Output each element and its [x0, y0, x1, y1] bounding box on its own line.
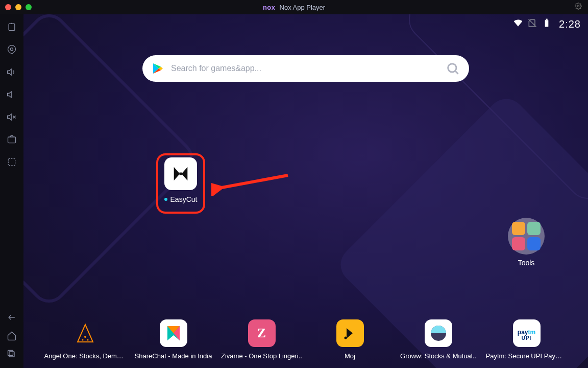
svg-point-23 [344, 337, 347, 339]
dock-app-zivame[interactable]: Z Zivame - One Stop Lingeri.. [221, 319, 303, 360]
moj-icon [336, 319, 364, 347]
android-status-bar: 2:28 [23, 14, 588, 34]
back-icon[interactable] [6, 312, 17, 323]
dock-app-paytm[interactable]: paytm UPI Paytm: Secure UPI Payme.. [486, 319, 568, 360]
clock: 2:28 [559, 18, 581, 30]
search-input[interactable] [171, 64, 438, 73]
svg-marker-5 [8, 91, 12, 98]
zivame-icon: Z [248, 319, 276, 347]
folder-icon[interactable] [508, 218, 545, 255]
search-icon[interactable] [446, 61, 460, 76]
minimize-window-button[interactable] [15, 4, 21, 10]
window-title: Nox App Player [280, 4, 326, 11]
record-icon[interactable] [6, 156, 17, 168]
svg-rect-11 [9, 352, 14, 357]
volume-down-icon[interactable] [6, 89, 17, 100]
svg-marker-6 [8, 114, 12, 120]
window-controls [0, 4, 32, 10]
dock-label: Zivame - One Stop Lingeri.. [221, 352, 303, 360]
recents-icon[interactable] [6, 349, 17, 360]
svg-line-16 [455, 71, 458, 74]
dock-app-groww[interactable]: Groww: Stocks & Mutual.. [398, 319, 479, 360]
svg-rect-13 [545, 20, 549, 27]
location-icon[interactable] [6, 44, 17, 55]
dock-label: ShareChat - Made in India [133, 352, 214, 360]
nox-logo: nox [263, 4, 276, 11]
dock-label: Groww: Stocks & Mutual.. [398, 352, 479, 360]
battery-icon [542, 18, 552, 31]
mini-app-icon [512, 222, 525, 235]
groww-icon [425, 319, 452, 347]
screenshot-icon[interactable] [6, 134, 17, 145]
svg-rect-9 [8, 137, 16, 143]
svg-point-15 [448, 64, 456, 72]
mini-app-icon [512, 237, 525, 250]
svg-rect-18 [180, 173, 182, 175]
dock-app-angelone[interactable]: Angel One: Stocks, Demat.. [44, 319, 126, 360]
svg-line-19 [219, 175, 288, 188]
dock-app-sharechat[interactable]: ShareChat - Made in India [133, 319, 214, 360]
app-dock: Angel One: Stocks, Demat.. ShareChat - M… [23, 319, 588, 360]
sharechat-icon [160, 319, 187, 347]
volume-mute-icon[interactable] [6, 111, 17, 123]
search-bar[interactable] [142, 55, 469, 82]
svg-point-21 [82, 339, 83, 341]
mini-app-icon [527, 237, 541, 250]
svg-marker-4 [8, 69, 12, 75]
window-titlebar: nox Nox App Player [0, 0, 588, 14]
svg-point-22 [87, 339, 88, 341]
svg-rect-1 [9, 24, 15, 30]
svg-rect-10 [8, 158, 15, 165]
annotation-arrow [211, 165, 293, 196]
google-play-icon [152, 62, 164, 75]
app-easycut[interactable]: EasyCut [160, 157, 201, 203]
svg-point-20 [84, 336, 86, 338]
dock-label: Paytm: Secure UPI Payme.. [486, 352, 568, 360]
maximize-window-button[interactable] [26, 4, 32, 10]
folder-tools[interactable]: Tools [508, 218, 545, 267]
android-home-screen[interactable]: 2:28 EasyCut [23, 14, 588, 368]
svg-point-3 [11, 48, 13, 51]
home-icon[interactable] [6, 330, 17, 341]
no-sim-icon [527, 18, 537, 31]
volume-up-icon[interactable] [6, 66, 17, 78]
dock-label: Moj [309, 352, 391, 360]
easycut-app-icon[interactable] [164, 157, 197, 190]
device-icon[interactable] [6, 21, 17, 33]
settings-gear-icon[interactable] [575, 3, 582, 12]
angelone-icon [71, 319, 99, 347]
svg-rect-12 [8, 351, 13, 356]
folder-label: Tools [508, 259, 545, 267]
mini-app-icon [527, 222, 541, 235]
wifi-icon [513, 18, 523, 31]
dock-label: Angel One: Stocks, Demat.. [44, 352, 126, 360]
paytm-icon: paytm UPI [513, 319, 541, 347]
dock-app-moj[interactable]: Moj [309, 319, 391, 360]
emulator-sidebar [0, 14, 23, 368]
svg-rect-14 [546, 18, 547, 20]
close-window-button[interactable] [5, 4, 11, 10]
svg-point-0 [577, 5, 579, 7]
